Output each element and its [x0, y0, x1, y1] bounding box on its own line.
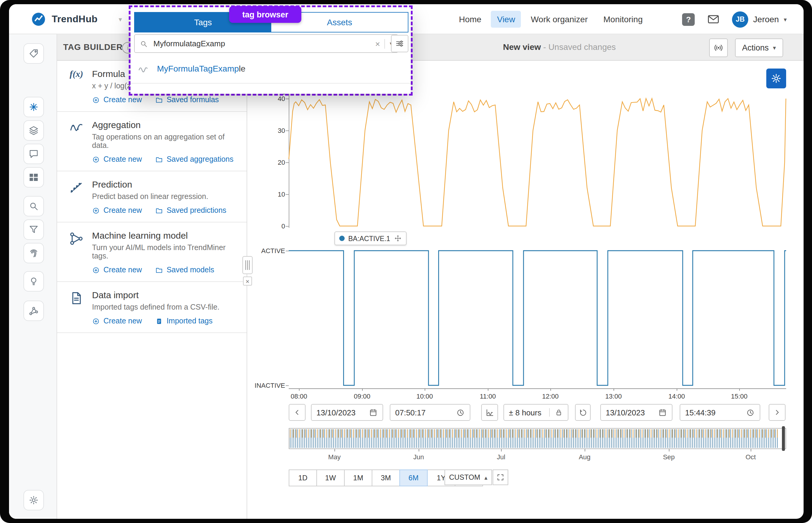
data-import-icon [66, 290, 87, 325]
create-new-import-link[interactable]: Create new [92, 317, 142, 325]
month-tick [419, 449, 419, 451]
x-tick-label: 11:00 [473, 393, 503, 400]
duration-field[interactable]: ± 8 hours [504, 404, 568, 421]
context-range-handle[interactable] [782, 426, 785, 451]
formula-icon: f(x) [66, 69, 87, 104]
sidebar-item-dashboards[interactable] [23, 167, 44, 187]
trend-options-button[interactable] [481, 404, 498, 421]
tag-search-input[interactable] [152, 38, 371, 49]
imported-tags-link[interactable]: Imported tags [155, 317, 213, 325]
brand-name: TrendHub [52, 14, 98, 25]
brand: TrendHub ▾ [31, 4, 122, 34]
nav-monitoring[interactable]: Monitoring [597, 11, 649, 28]
ml-model-icon [66, 230, 87, 274]
section-desc: Imported tags defined from a CSV-file. [92, 303, 219, 311]
sidebar-item-layers[interactable] [23, 120, 44, 141]
view-status: New view - Unsaved changes [503, 34, 616, 60]
nav-view[interactable]: View [491, 11, 521, 28]
section-desc: Turn your AI/ML models into TrendMiner t… [92, 244, 238, 260]
x-tick-label: 13:00 [599, 393, 629, 400]
lightbulb-icon [28, 276, 39, 287]
expand-icon [496, 473, 505, 482]
start-date-field[interactable]: 13/10/2023 [311, 404, 383, 421]
lock-duration-button[interactable] [549, 408, 563, 417]
folder-icon [155, 156, 163, 163]
main-nav: Home View Work organizer Monitoring [453, 4, 649, 34]
history-button[interactable] [575, 404, 591, 421]
context-stripes [290, 429, 779, 448]
graph-nodes-icon [28, 305, 39, 316]
start-date-value: 13/10/2023 [316, 408, 355, 417]
tag-browser-popup: Tags Assets tag browser × ▾ MyFormulaTag… [129, 5, 412, 95]
chevron-down-icon[interactable]: ▾ [784, 16, 787, 22]
zoom-3m-button[interactable]: 3M [372, 469, 400, 486]
app-frame: TrendHub ▾ Home View Work organizer Moni… [0, 0, 812, 523]
pan-right-button[interactable] [769, 404, 785, 421]
pan-left-button[interactable] [289, 404, 305, 421]
tag-search-box[interactable]: × ▾ [134, 34, 398, 53]
sidebar-item-filters[interactable] [23, 219, 44, 240]
month-tick [585, 449, 585, 451]
zoom-6m-button[interactable]: 6M [400, 469, 428, 486]
context-overview-bar[interactable] [289, 428, 786, 449]
sidebar-item-suggestions[interactable] [23, 271, 44, 292]
header-actions: ? JB Jeroen ▾ [682, 4, 787, 34]
gear-icon [28, 495, 39, 506]
saved-predictions-link[interactable]: Saved predictions [155, 206, 227, 215]
sidebar-item-context[interactable] [23, 301, 44, 321]
sidebar-item-fingerprints[interactable] [23, 243, 44, 263]
zoom-custom-button[interactable]: CUSTOM ▴ [444, 469, 492, 485]
trendhub-logo-icon [31, 12, 46, 27]
saved-aggregations-link[interactable]: Saved aggregations [155, 155, 233, 163]
help-icon[interactable]: ? [682, 13, 695, 25]
end-date-value: 13/10/2023 [606, 408, 645, 417]
tag-builder-title: TAG BUILDER [63, 34, 123, 60]
expand-range-button[interactable] [493, 469, 508, 485]
create-new-formula-link[interactable]: Create new [92, 95, 142, 104]
avatar[interactable]: JB [732, 11, 748, 28]
sidebar-item-tags[interactable] [23, 43, 44, 64]
create-new-aggregation-link[interactable]: Create new [92, 155, 142, 163]
panel-close-button[interactable]: × [243, 276, 252, 286]
sidebar-item-settings[interactable] [23, 490, 44, 510]
create-new-prediction-link[interactable]: Create new [92, 206, 142, 215]
section-prediction: Prediction Predict based on linear regre… [57, 171, 247, 222]
tag-browser-panel: Tags Assets tag browser × ▾ MyFormulaTag… [130, 7, 411, 94]
analog-chart[interactable] [247, 84, 804, 234]
section-ml-model: Machine learning model Turn your AI/ML m… [57, 222, 247, 281]
end-time-value: 15:44:39 [685, 408, 716, 417]
saved-formulas-link[interactable]: Saved formulas [155, 95, 219, 104]
chevron-down-icon[interactable]: ▾ [119, 15, 122, 23]
section-title: Machine learning model [92, 230, 238, 240]
view-status-suffix: - Unsaved changes [541, 42, 616, 52]
broadcast-icon [713, 43, 723, 53]
plus-circle-icon [92, 206, 100, 214]
digital-chart[interactable] [247, 240, 804, 391]
nav-home[interactable]: Home [453, 11, 488, 28]
zoom-1m-button[interactable]: 1M [344, 469, 372, 486]
zoom-1d-button[interactable]: 1D [289, 469, 317, 486]
x-tick [299, 388, 300, 391]
end-date-field[interactable]: 13/10/2023 [600, 404, 672, 421]
panel-resize-handle[interactable] [242, 256, 253, 274]
zoom-1w-button[interactable]: 1W [316, 469, 345, 486]
start-time-field[interactable]: 07:50:17 [390, 404, 470, 421]
sidebar-item-comments[interactable] [23, 144, 44, 164]
live-mode-button[interactable] [709, 38, 727, 57]
sidebar-item-search[interactable] [23, 196, 44, 216]
lock-icon [554, 408, 563, 417]
mail-icon[interactable] [707, 13, 720, 26]
sidebar-item-tag-builder[interactable] [23, 97, 44, 117]
search-result-item[interactable]: MyFormulaTagExample [130, 58, 418, 79]
end-time-field[interactable]: 15:44:39 [680, 404, 760, 421]
saved-models-link[interactable]: Saved models [155, 266, 214, 274]
actions-button[interactable]: Actions ▾ [735, 38, 783, 57]
create-new-model-link[interactable]: Create new [92, 266, 142, 274]
calendar-icon [658, 408, 667, 417]
user-menu[interactable]: JB Jeroen ▾ [732, 11, 787, 28]
nav-work-organizer[interactable]: Work organizer [525, 11, 594, 28]
app-window: TrendHub ▾ Home View Work organizer Moni… [9, 4, 804, 519]
search-filter-button[interactable] [391, 35, 408, 52]
divider [130, 83, 411, 84]
clear-search-icon[interactable]: × [371, 39, 384, 48]
